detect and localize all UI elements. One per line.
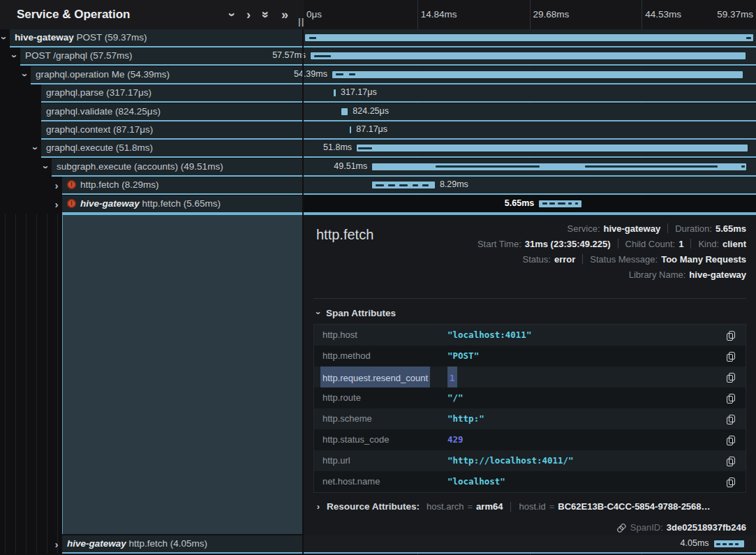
span-bar-child-marker xyxy=(729,543,732,545)
attribute-row[interactable]: http.host "localhost:4011" xyxy=(314,325,746,346)
span-bar-child-marker xyxy=(741,165,745,168)
copy-icon[interactable] xyxy=(727,331,734,340)
span-tree-row[interactable]: ›subgraph.execute (accounts) (49.51ms) xyxy=(52,158,302,177)
attribute-row[interactable]: net.host.name "localhost" xyxy=(314,471,746,492)
axis-gridline xyxy=(417,0,418,29)
axis-tick-label: 29.68ms xyxy=(533,9,570,20)
span-bar[interactable] xyxy=(334,89,336,96)
timeline-row[interactable] xyxy=(304,535,756,554)
timeline-row[interactable] xyxy=(304,84,756,103)
copy-icon[interactable] xyxy=(727,415,734,424)
attribute-key: http.route xyxy=(323,387,361,408)
timeline-row[interactable] xyxy=(304,177,756,195)
span-bar-child-marker xyxy=(722,543,727,545)
meta-separator xyxy=(582,254,583,264)
span-expander-icon[interactable]: › xyxy=(38,163,54,170)
span-operation-name: graphql.operation Me (54.39ms) xyxy=(36,69,170,80)
resource-attributes-row[interactable]: ›Resource Attributes: host.arch=arm64hos… xyxy=(315,501,711,512)
span-bar[interactable] xyxy=(311,52,746,59)
panel-divider[interactable] xyxy=(302,0,304,555)
span-tree-row[interactable]: ›graphql.execute (51.8ms) xyxy=(41,140,302,158)
attribute-row[interactable]: http.status_code 429 xyxy=(314,429,746,450)
attribute-row[interactable]: http.route "/" xyxy=(314,387,746,408)
span-tree-row[interactable]: ›hive-gateway http.fetch (4.05ms) xyxy=(62,535,302,554)
span-operation-name: POST /graphql (57.57ms) xyxy=(25,50,133,61)
attribute-value: "POST" xyxy=(447,346,479,367)
copy-icon[interactable] xyxy=(727,436,734,445)
span-tree-row[interactable]: ›hive-gateway http.fetch (5.65ms) xyxy=(62,195,302,214)
span-tree-row[interactable]: ›hive-gateway POST (59.37ms) xyxy=(10,29,302,47)
attribute-value: "localhost" xyxy=(447,471,505,492)
span-bar[interactable] xyxy=(341,108,348,115)
span-bar[interactable] xyxy=(305,34,753,41)
timeline-row[interactable] xyxy=(304,121,756,140)
span-tree-row[interactable]: ›graphql.operation Me (54.39ms) xyxy=(31,66,302,84)
meta-label: Kind: xyxy=(698,239,719,249)
span-expander-icon[interactable]: › xyxy=(0,35,13,42)
span-bar-child-marker xyxy=(558,202,565,205)
span-attributes-toggle[interactable]: ›Span Attributes xyxy=(315,308,396,318)
attribute-row[interactable]: http.request.resend_count 1 xyxy=(314,367,746,387)
meta-separator xyxy=(690,239,691,249)
chevron-down-icon[interactable]: › xyxy=(226,13,239,17)
meta-label: Status Message: xyxy=(590,254,658,265)
tree-panel-header: Service & Operation ››»» xyxy=(0,0,304,29)
span-expander-icon[interactable]: › xyxy=(17,71,34,78)
meta-value: hive-gateway xyxy=(689,269,746,280)
meta-line: Start Time:31ms (23:35:49.225)Child Coun… xyxy=(327,236,746,251)
attribute-key: net.host.name xyxy=(323,471,380,492)
axis-tick-label: 44.53ms xyxy=(645,9,681,20)
meta-value: 5.65ms xyxy=(716,223,746,234)
span-tree-row[interactable]: graphql.validate (824.25μs) xyxy=(41,103,302,121)
span-bar[interactable] xyxy=(372,163,746,170)
span-bar-child-marker xyxy=(336,73,343,75)
copy-icon[interactable] xyxy=(727,457,734,466)
axis-tick-label: 59.37ms xyxy=(717,9,753,20)
span-operation-name: http.fetch (5.65ms) xyxy=(142,198,221,209)
chevron-right-icon[interactable]: › xyxy=(246,8,251,21)
span-expander-icon[interactable]: › xyxy=(53,536,60,552)
meta-label: Status: xyxy=(523,254,551,265)
span-expander-icon[interactable]: › xyxy=(53,177,60,193)
meta-label: Library Name: xyxy=(629,269,686,280)
span-bar-child-marker xyxy=(376,184,384,186)
link-icon[interactable] xyxy=(615,521,628,533)
span-tree-row[interactable]: ›http.fetch (8.29ms) xyxy=(62,177,302,195)
panel-resize-handle[interactable]: || xyxy=(298,16,304,27)
timeline-axis: 0μs14.84ms29.68ms44.53ms59.37ms xyxy=(304,0,756,29)
span-tree-row[interactable]: ›POST /graphql (57.57ms) xyxy=(20,47,302,66)
timeline-row[interactable] xyxy=(304,195,756,214)
span-expander-icon[interactable]: › xyxy=(53,196,60,212)
span-tree-row[interactable]: graphql.context (87.17μs) xyxy=(41,121,302,140)
span-expander-icon[interactable]: › xyxy=(7,53,23,60)
span-expander-icon[interactable]: › xyxy=(28,145,44,152)
span-bar[interactable] xyxy=(714,540,745,547)
span-bar-child-marker xyxy=(399,184,408,186)
span-bar[interactable] xyxy=(539,200,581,207)
attribute-value: "http://localhost:4011/" xyxy=(447,450,574,471)
span-bar[interactable] xyxy=(372,182,435,188)
timeline-row[interactable] xyxy=(304,103,756,121)
chevron-down-icon: › xyxy=(313,310,324,317)
span-operation-name: http.fetch (4.05ms) xyxy=(129,538,208,549)
attribute-row[interactable]: http.method "POST" xyxy=(314,346,746,367)
span-detail-panel: http.fetch Service:hive-gatewayDuration:… xyxy=(304,214,756,535)
copy-icon[interactable] xyxy=(727,394,734,403)
attribute-row[interactable]: http.url "http://localhost:4011/" xyxy=(314,450,746,471)
resource-value: arm64 xyxy=(476,501,503,512)
meta-value: error xyxy=(554,254,575,265)
span-tree-row[interactable]: graphql.parse (317.17μs) xyxy=(41,84,302,103)
span-bar-child-marker xyxy=(542,202,548,205)
copy-icon[interactable] xyxy=(727,478,734,487)
attribute-row[interactable]: http.scheme "http:" xyxy=(314,408,746,429)
error-icon xyxy=(67,199,76,208)
double-chevron-down-icon[interactable]: » xyxy=(260,11,272,18)
span-bar-child-marker xyxy=(413,184,419,186)
span-service-name: hive-gateway xyxy=(80,198,140,209)
double-chevron-right-icon[interactable]: » xyxy=(281,8,288,21)
copy-icon[interactable] xyxy=(727,352,734,361)
span-bar[interactable] xyxy=(332,71,743,78)
copy-icon[interactable] xyxy=(727,373,734,382)
meta-separator xyxy=(618,239,618,249)
span-bar[interactable] xyxy=(357,145,748,151)
